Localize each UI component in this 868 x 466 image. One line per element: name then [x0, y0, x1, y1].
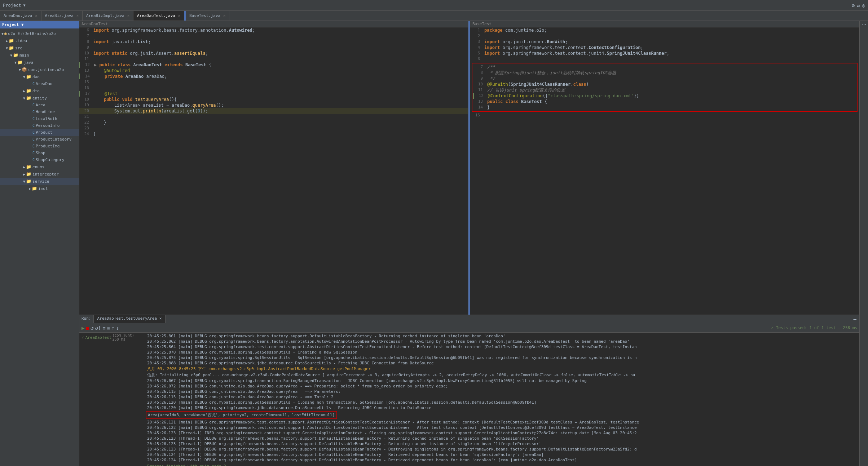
arrow-icon: ▶: [23, 165, 25, 169]
log-line: 20:45:26.122 [main] DEBUG org.springfram…: [144, 425, 859, 430]
tab-close-icon[interactable]: ✕: [35, 14, 37, 18]
tab-close-icon[interactable]: ✕: [76, 14, 79, 18]
tree-item-label: interceptor: [32, 172, 59, 177]
up-icon[interactable]: ↑: [111, 325, 114, 331]
arrow-icon: ▼: [23, 179, 25, 183]
tree-item-label: entity: [32, 96, 47, 101]
tab-areadaotest[interactable]: AreaDaoTest.java ✕: [133, 11, 184, 21]
code-line: 14 }: [473, 105, 856, 110]
right-filename: BaseTest: [472, 22, 492, 26]
log-line: 20:45:25.888 [main] DEBUG org.springfram…: [144, 360, 859, 366]
tree-personinfo[interactable]: C PersonInfo: [0, 122, 79, 129]
folder-icon: 📁: [26, 179, 31, 184]
top-bar: Project ▼ ⚙ ⇄ ◎: [0, 0, 868, 11]
tree-imol[interactable]: ▶ 📁 imol: [0, 185, 79, 192]
tree-item-label: LocalAuth: [36, 116, 57, 121]
tree-src[interactable]: ▼ 📁 src: [0, 44, 79, 52]
run-log[interactable]: 20:45:25.861 [main] DEBUG org.springfram…: [144, 333, 859, 466]
rerun-failed-icon[interactable]: ↺!: [95, 325, 101, 331]
tree-label: o2o E:\JetBrains\o2o: [8, 31, 56, 36]
tree-dao-folder[interactable]: ▼ 📁 dao: [0, 73, 79, 80]
code-line: 6: [470, 56, 859, 62]
tree-areadao[interactable]: C AreaDao: [0, 80, 79, 87]
code-line: 5 import org.springframework.test.contex…: [470, 50, 859, 56]
tab-label: AreaDaoTest.java: [137, 13, 175, 18]
right-code-area[interactable]: 1 package com.juntime.o2o; 2 3 import or…: [470, 27, 859, 315]
left-filename: AreaDaoTest: [81, 22, 108, 26]
tree-area[interactable]: C Area: [0, 102, 79, 108]
tree-service[interactable]: ▼ 📁 service: [0, 178, 79, 185]
tree-shop[interactable]: C Shop: [0, 150, 79, 156]
tab-label: AreaBiz.java: [45, 13, 74, 18]
log-line: 20:45:26.072 [main] DEBUG com.juntime.o2…: [144, 383, 859, 389]
folder-icon: 📁: [9, 38, 14, 43]
class-icon: C: [32, 130, 35, 134]
folder-icon: 📁: [26, 172, 31, 177]
class-icon: C: [32, 158, 35, 162]
minimize-icon[interactable]: –: [851, 315, 859, 323]
left-code-area[interactable]: 6 import org.springframework.beans.facto…: [79, 27, 468, 315]
down-icon[interactable]: ↓: [116, 325, 119, 331]
tree-interceptor[interactable]: ▶ 📁 interceptor: [0, 170, 79, 178]
log-line: 20:45:26.123 [Thread-1] INFO org.springf…: [144, 430, 859, 436]
tree-main[interactable]: ▼ 📁 main: [0, 52, 79, 59]
tab-areadao[interactable]: AreaDao.java ✕: [0, 11, 41, 21]
log-line: 八月 03, 2020 8:45:25 下午 com.mchange.v2.c3…: [144, 366, 859, 372]
sort-icon[interactable]: ≡: [102, 325, 105, 331]
left-editor-header: AreaDaoTest: [79, 21, 468, 27]
tree-entity[interactable]: ▼ 📁 entity: [0, 94, 79, 102]
run-tab-areadaotest[interactable]: AreaDaoTest.testQueryArea ✕: [94, 315, 166, 323]
run-content-row: ✓ AreaDaoTest (com.junt) 258 ms 20:45:25…: [79, 333, 859, 466]
test-item[interactable]: ✓ AreaDaoTest (com.junt) 258 ms: [79, 333, 144, 342]
tree-package[interactable]: ▼ 📦 com.juntime.o2o: [0, 66, 79, 73]
tree-enums[interactable]: ▶ 📁 enums: [0, 163, 79, 170]
tab-close-icon[interactable]: ✕: [127, 14, 129, 18]
log-line: 20:45:26.124 [Thread-1] DEBUG org.spring…: [144, 457, 859, 463]
code-line: 8 * 配置Spring和junit整合，junit启动时加载springIOC…: [473, 70, 856, 76]
main-area: Project ▼ ▼ ◉ o2o E:\JetBrains\o2o ▶ 📁 .…: [0, 21, 868, 466]
tree-idea[interactable]: ▶ 📁 .idea: [0, 37, 79, 44]
code-line: 13 public class BaseTest {: [473, 99, 856, 105]
code-line: 17 @Test: [79, 91, 468, 97]
log-line: 20:45:25.862 [main] DEBUG org.springfram…: [144, 339, 859, 344]
filter-icon[interactable]: ⊞: [107, 325, 110, 331]
tree-dto[interactable]: ▶ 📁 dto: [0, 87, 79, 94]
code-line: 19 List<Area> areaList = areaDao.queryAr…: [79, 102, 468, 108]
settings-icon[interactable]: ⚙: [852, 3, 855, 8]
tab-label: AreaBizImpl.java: [86, 13, 124, 18]
log-line: 20:45:26.123 [Thread-1] DEBUG org.spring…: [144, 436, 859, 441]
tree-java[interactable]: ▼ 📁 java: [0, 59, 79, 66]
tree-productimg[interactable]: C ProductImg: [0, 143, 79, 150]
tab-areabiz[interactable]: AreaBiz.java ✕: [41, 11, 83, 21]
tree-item-root[interactable]: ▼ ◉ o2o E:\JetBrains\o2o: [0, 30, 79, 37]
tab-close-icon[interactable]: ✕: [178, 14, 180, 18]
editors-row: AreaDaoTest 6 import org.springframework…: [79, 21, 859, 315]
code-line: 6 import org.springframework.beans.facto…: [79, 27, 468, 33]
tree-item-label: ProductImg: [36, 144, 60, 148]
stop-icon[interactable]: ■: [86, 325, 89, 331]
test-tree: ✓ AreaDaoTest (com.junt) 258 ms: [79, 333, 144, 466]
code-line: 15: [79, 79, 468, 85]
class-icon: C: [32, 137, 35, 141]
tree-localauth[interactable]: C LocalAuth: [0, 115, 79, 122]
run-toolbar: ▶ ■ ↺ ↺! ≡ ⊞ ↑ ↓ ✓ Tests passed: 1 of 1 …: [79, 323, 859, 333]
run-icon[interactable]: ◎: [862, 3, 865, 8]
tree-headline[interactable]: C HeadLine: [0, 108, 79, 115]
tab-close-icon[interactable]: ✕: [223, 14, 225, 18]
editor-area: AreaDaoTest 6 import org.springframework…: [79, 21, 859, 466]
code-line: 24 }: [79, 131, 468, 137]
bookmark-icon[interactable]: ⋮: [862, 22, 867, 27]
tree-item-label: com.juntime.o2o: [28, 67, 64, 72]
tree-shopcategory[interactable]: C ShopCategory: [0, 156, 79, 163]
log-line: 20:45:26.115 [main] DEBUG com.juntime.o2…: [144, 394, 859, 400]
tab-basetest[interactable]: BaseTest.java ✕: [186, 11, 229, 21]
log-line: 20:45:26.120 [main] DEBUG org.mybatis.sp…: [144, 400, 859, 405]
log-line: 20:45:26.067 [main] DEBUG org.mybatis.sp…: [144, 378, 859, 383]
rerun-icon[interactable]: ↺: [91, 325, 93, 331]
tree-product[interactable]: C Product: [0, 129, 79, 136]
log-line: 20:45:26.123 [Thread-1] DEBUG org.spring…: [144, 447, 859, 452]
tab-areabizimpl[interactable]: AreaBizImpl.java ✕: [83, 11, 133, 21]
tree-productcategory[interactable]: C ProductCategory: [0, 136, 79, 143]
play-icon[interactable]: ▶: [81, 325, 84, 331]
sync-icon[interactable]: ⇄: [857, 3, 860, 8]
